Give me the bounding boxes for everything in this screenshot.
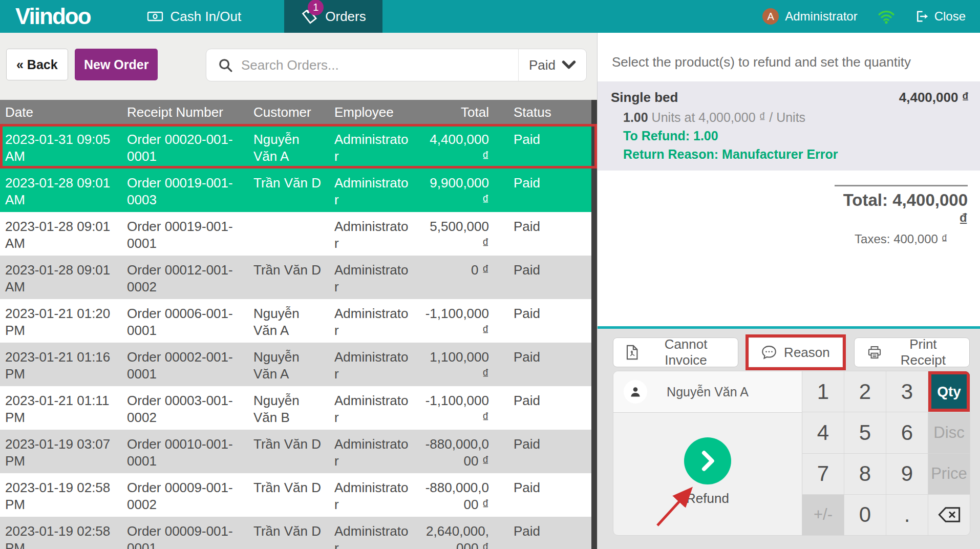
refund-panel: Select the product(s) to refund and set …	[597, 33, 980, 549]
cell-customer: Nguyễn Văn A	[248, 299, 329, 343]
cell-receipt: Order 00006-001-0001	[122, 299, 248, 343]
refund-product-line[interactable]: Single bed 4,400,000 ₫ 1.00 Units at 4,0…	[598, 81, 980, 171]
cannot-invoice-button[interactable]: Cannot Invoice	[613, 337, 738, 367]
cell-date: 2023-01-19 02:58 PM	[0, 473, 122, 517]
print-receipt-button[interactable]: Print Receipt	[854, 337, 970, 367]
cell-date: 2023-01-28 09:01 AM	[0, 212, 122, 256]
cell-status: Paid	[500, 212, 597, 256]
cell-total: 1,100,000 ₫	[416, 343, 500, 386]
username: Administrator	[785, 9, 857, 24]
user-menu[interactable]: A Administrator	[762, 8, 857, 25]
numpad-key-price: Price	[928, 454, 970, 494]
nav-orders-tab[interactable]: 1 Orders	[284, 0, 382, 33]
table-row[interactable]: 2023-01-19 02:58 PMOrder 00009-001-0001T…	[0, 517, 597, 549]
cash-icon	[147, 8, 163, 25]
cell-status: Paid	[500, 430, 597, 473]
cell-receipt: Order 00002-001-0001	[122, 343, 248, 386]
search-box: Paid	[206, 49, 587, 81]
table-row[interactable]: 2023-01-28 09:01 AMOrder 00019-001-0003T…	[0, 168, 597, 212]
numpad-key-backspace[interactable]	[928, 495, 970, 535]
cell-total: -880,000,000 ₫	[416, 430, 500, 473]
cell-customer	[248, 212, 329, 256]
product-name: Single bed	[611, 89, 678, 106]
new-order-button[interactable]: New Order	[75, 49, 158, 80]
avatar: A	[762, 8, 779, 25]
action-column: Nguyễn Văn A Refund	[613, 371, 802, 535]
numpad-key-6[interactable]: 6	[886, 412, 928, 453]
numpad-key-dot[interactable]: .	[886, 495, 928, 535]
cell-employee: Administrator	[329, 212, 416, 256]
cell-date: 2023-01-28 09:01 AM	[0, 168, 122, 212]
table-row[interactable]: 2023-01-19 02:58 PMOrder 00009-001-0002T…	[0, 473, 597, 517]
numpad-key-qty[interactable]: Qty	[928, 371, 970, 412]
wifi-icon	[877, 8, 896, 25]
numpad-key-5[interactable]: 5	[844, 412, 886, 453]
column-header-customer: Customer	[248, 104, 329, 120]
cell-status: Paid	[500, 343, 597, 386]
refund-panel-title: Select the product(s) to refund and set …	[598, 33, 980, 70]
column-header-status: Status	[500, 104, 597, 120]
numpad-key-plusminus: +/-	[802, 495, 844, 535]
reason-button[interactable]: Reason	[749, 337, 843, 367]
table-row[interactable]: 2023-01-19 03:07 PMOrder 00010-001-0001T…	[0, 430, 597, 473]
numpad-key-9[interactable]: 9	[886, 454, 928, 494]
table-scrollbar[interactable]	[591, 100, 597, 549]
cell-customer: Nguyễn Văn B	[248, 386, 329, 430]
close-session-button[interactable]: Close	[915, 9, 966, 24]
product-qty: 1.00	[623, 110, 648, 124]
status-filter-dropdown[interactable]: Paid	[518, 49, 586, 81]
customer-button[interactable]: Nguyễn Văn A	[613, 371, 802, 413]
numpad-key-disc: Disc	[928, 412, 970, 453]
table-row[interactable]: 2023-01-28 09:01 AMOrder 00012-001-0002T…	[0, 256, 597, 299]
topbar: Viindoo Cash In/Out 1 Or	[0, 0, 980, 33]
numpad-key-3[interactable]: 3	[886, 371, 928, 412]
cell-total: -1,100,000 ₫	[416, 299, 500, 343]
table-row[interactable]: 2023-01-28 09:01 AMOrder 00019-001-0001A…	[0, 212, 597, 256]
topbar-nav: Cash In/Out 1 Orders	[133, 0, 382, 33]
nav-orders-label: Orders	[325, 9, 366, 25]
table-row[interactable]: 2023-01-21 01:20 PMOrder 00006-001-0001N…	[0, 299, 597, 343]
cell-employee: Administrator	[329, 386, 416, 430]
cell-total: 5,500,000 ₫	[416, 212, 500, 256]
numpad-key-0[interactable]: 0	[844, 495, 886, 535]
reason-annotation-box: Reason	[745, 334, 846, 370]
numpad-key-2[interactable]: 2	[844, 371, 886, 412]
cell-total: -1,100,000 ₫	[416, 386, 500, 430]
cell-employee: Administrator	[329, 299, 416, 343]
numpad-key-8[interactable]: 8	[844, 454, 886, 494]
control-buttons-row: Cannot Invoice Reason	[613, 337, 970, 367]
cell-total: 2,640,000,000 ₫	[416, 517, 500, 549]
numpad-key-4[interactable]: 4	[802, 412, 844, 453]
nav-cash-label: Cash In/Out	[171, 9, 242, 25]
cell-receipt: Order 00020-001-0001	[122, 125, 248, 168]
cell-status: Paid	[500, 168, 597, 212]
cell-status: Paid	[500, 256, 597, 299]
refund-button[interactable]	[684, 437, 731, 484]
cell-status: Paid	[500, 517, 597, 549]
cell-receipt: Order 00012-001-0002	[122, 256, 248, 299]
cell-employee: Administrator	[329, 125, 416, 168]
orders-panel: « Back New Order Paid	[0, 33, 597, 549]
orders-table-body: 2023-01-31 09:05 AMOrder 00020-001-0001N…	[0, 125, 597, 549]
cell-status: Paid	[500, 386, 597, 430]
table-row[interactable]: 2023-01-31 09:05 AMOrder 00020-001-0001N…	[0, 125, 597, 168]
back-button[interactable]: « Back	[6, 49, 68, 80]
cell-status: Paid	[500, 473, 597, 517]
refund-controls-area: Cannot Invoice Reason	[598, 329, 980, 549]
orders-toolbar: « Back New Order Paid	[0, 33, 597, 100]
customer-name: Nguyễn Văn A	[647, 385, 768, 399]
cell-date: 2023-01-21 01:11 PM	[0, 386, 122, 430]
cell-customer: Trần Văn D	[248, 168, 329, 212]
table-row[interactable]: 2023-01-21 01:11 PMOrder 00003-001-0002N…	[0, 386, 597, 430]
return-reason-line: Return Reason: Manufacturer Error	[623, 146, 969, 162]
column-header-employee: Employee	[329, 104, 416, 120]
numpad-key-7[interactable]: 7	[802, 454, 844, 494]
logout-icon	[915, 9, 929, 24]
search-icon	[218, 57, 233, 73]
nav-cash-in-out[interactable]: Cash In/Out	[133, 0, 256, 33]
to-refund-line: To Refund: 1.00	[623, 128, 969, 144]
table-row[interactable]: 2023-01-21 01:16 PMOrder 00002-001-0001N…	[0, 343, 597, 386]
numpad-key-1[interactable]: 1	[802, 371, 844, 412]
topbar-right: A Administrator Close	[762, 0, 980, 33]
search-input[interactable]	[241, 57, 518, 73]
